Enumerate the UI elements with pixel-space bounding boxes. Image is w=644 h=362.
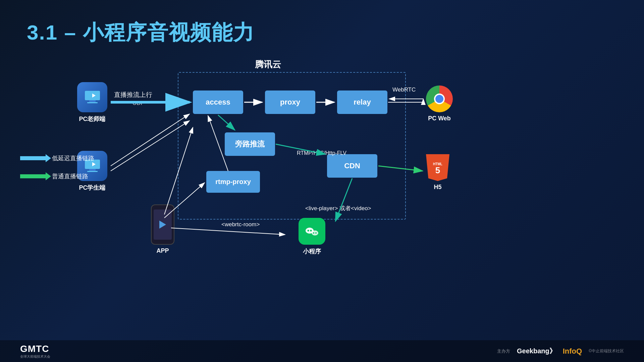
- svg-rect-2: [87, 102, 98, 103]
- geekbang-logo: Geekbang》: [517, 347, 556, 356]
- pc-teacher-container: PC老师端: [77, 82, 107, 123]
- svg-point-11: [312, 230, 318, 235]
- chrome-center: [434, 94, 445, 104]
- svg-point-10: [310, 230, 312, 231]
- h5-label: H5: [426, 184, 449, 191]
- relay-node: relay: [337, 90, 387, 114]
- access-node: access: [193, 90, 243, 114]
- live-stream-label: 直播推流上行: [114, 90, 152, 99]
- sponsor-label: 主办方: [497, 348, 510, 354]
- phone-screen: [154, 209, 172, 240]
- pc-web-label: PC Web: [426, 115, 453, 122]
- app-container: APP: [151, 204, 174, 254]
- footer-logo: GMTC 全球大前端技术大会: [20, 344, 50, 359]
- footer: GMTC 全球大前端技术大会 主办方 Geekbang》 InfoQ ©中止前端…: [0, 340, 644, 362]
- wechat-container: 小程序: [299, 218, 325, 255]
- wechat-icon: [299, 218, 325, 245]
- pc-web-container: PC Web: [426, 85, 453, 122]
- normal-label: 普通直播链路: [52, 172, 88, 180]
- rtmp-hls-label: RTMP/HLS/Http-FLV: [297, 150, 346, 156]
- webrtc-room-label: <webrtc-room>: [221, 221, 260, 228]
- chrome-icon: [426, 85, 453, 112]
- legend-container: 低延迟直播链路 普通直播链路: [20, 154, 94, 190]
- webrtc-label: WebRTC: [392, 86, 416, 93]
- low-latency-label: 低延迟直播链路: [52, 154, 94, 162]
- live-player-label: <live-player> 或者<video>: [305, 204, 371, 212]
- app-icon: [151, 204, 174, 245]
- cdn-node: CDN: [327, 154, 377, 178]
- infoq-logo: InfoQ: [563, 347, 582, 356]
- footer-right: 主办方 Geekbang》 InfoQ ©中止前端技术社区: [497, 347, 624, 356]
- wechat-svg: [303, 222, 321, 241]
- app-label: APP: [151, 247, 174, 254]
- copyright: ©中止前端技术社区: [589, 348, 624, 354]
- svg-line-31: [171, 228, 285, 235]
- gmtc-subtitle: 全球大前端技术大会: [20, 354, 50, 359]
- svg-rect-1: [89, 100, 96, 102]
- mini-program-label: 小程序: [299, 247, 325, 255]
- svg-point-13: [315, 232, 317, 234]
- teacher-svg: [83, 88, 102, 107]
- blue-arrow-legend: [20, 156, 47, 160]
- page-title: 3.1 – 小程序音视频能力: [27, 18, 255, 47]
- low-latency-legend: 低延迟直播链路: [20, 154, 94, 162]
- five-text: 5: [435, 166, 440, 175]
- bypass-node: 旁路推流: [225, 132, 275, 156]
- proxy-node: proxy: [265, 90, 315, 114]
- pc-teacher-label: PC老师端: [77, 115, 107, 123]
- normal-legend: 普通直播链路: [20, 172, 94, 180]
- gmtc-logo: GMTC: [20, 344, 49, 354]
- html5-icon: HTML 5: [426, 154, 449, 181]
- green-arrow-legend: [20, 174, 47, 178]
- svg-point-12: [313, 232, 314, 234]
- svg-point-9: [307, 230, 309, 231]
- pc-teacher-icon: [77, 82, 107, 112]
- udp-label: UDP: [132, 100, 145, 107]
- rtmp-proxy-node: rtmp-proxy: [206, 171, 260, 193]
- html5-inner: HTML 5: [433, 161, 442, 175]
- h5-container: HTML 5 H5: [426, 154, 449, 191]
- play-icon: [159, 221, 166, 229]
- tencent-cloud-label: 腾讯云: [255, 59, 281, 70]
